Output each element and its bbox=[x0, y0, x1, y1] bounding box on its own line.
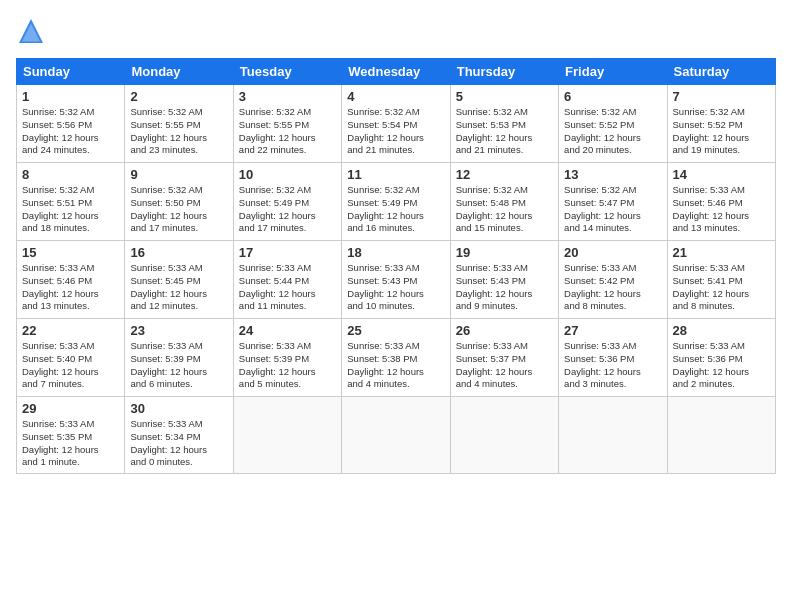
calendar-cell: 23Sunrise: 5:33 AM Sunset: 5:39 PM Dayli… bbox=[125, 319, 233, 397]
day-number: 22 bbox=[22, 323, 119, 338]
day-number: 11 bbox=[347, 167, 444, 182]
day-number: 6 bbox=[564, 89, 661, 104]
day-info: Sunrise: 5:33 AM Sunset: 5:43 PM Dayligh… bbox=[347, 262, 444, 313]
calendar-cell: 26Sunrise: 5:33 AM Sunset: 5:37 PM Dayli… bbox=[450, 319, 558, 397]
day-info: Sunrise: 5:32 AM Sunset: 5:54 PM Dayligh… bbox=[347, 106, 444, 157]
day-number: 13 bbox=[564, 167, 661, 182]
calendar-week-2: 8Sunrise: 5:32 AM Sunset: 5:51 PM Daylig… bbox=[17, 163, 776, 241]
calendar-cell bbox=[559, 397, 667, 474]
day-info: Sunrise: 5:32 AM Sunset: 5:49 PM Dayligh… bbox=[239, 184, 336, 235]
day-number: 21 bbox=[673, 245, 770, 260]
day-number: 24 bbox=[239, 323, 336, 338]
day-number: 8 bbox=[22, 167, 119, 182]
weekday-header-wednesday: Wednesday bbox=[342, 59, 450, 85]
calendar-cell bbox=[450, 397, 558, 474]
calendar-cell: 21Sunrise: 5:33 AM Sunset: 5:41 PM Dayli… bbox=[667, 241, 775, 319]
calendar-week-5: 29Sunrise: 5:33 AM Sunset: 5:35 PM Dayli… bbox=[17, 397, 776, 474]
day-number: 12 bbox=[456, 167, 553, 182]
day-number: 5 bbox=[456, 89, 553, 104]
day-info: Sunrise: 5:32 AM Sunset: 5:51 PM Dayligh… bbox=[22, 184, 119, 235]
day-info: Sunrise: 5:33 AM Sunset: 5:43 PM Dayligh… bbox=[456, 262, 553, 313]
day-number: 25 bbox=[347, 323, 444, 338]
calendar-cell: 27Sunrise: 5:33 AM Sunset: 5:36 PM Dayli… bbox=[559, 319, 667, 397]
day-number: 10 bbox=[239, 167, 336, 182]
day-number: 29 bbox=[22, 401, 119, 416]
calendar-week-1: 1Sunrise: 5:32 AM Sunset: 5:56 PM Daylig… bbox=[17, 85, 776, 163]
calendar-cell: 1Sunrise: 5:32 AM Sunset: 5:56 PM Daylig… bbox=[17, 85, 125, 163]
day-number: 27 bbox=[564, 323, 661, 338]
calendar-cell: 13Sunrise: 5:32 AM Sunset: 5:47 PM Dayli… bbox=[559, 163, 667, 241]
calendar-cell: 14Sunrise: 5:33 AM Sunset: 5:46 PM Dayli… bbox=[667, 163, 775, 241]
day-info: Sunrise: 5:33 AM Sunset: 5:39 PM Dayligh… bbox=[239, 340, 336, 391]
day-info: Sunrise: 5:32 AM Sunset: 5:56 PM Dayligh… bbox=[22, 106, 119, 157]
day-info: Sunrise: 5:32 AM Sunset: 5:53 PM Dayligh… bbox=[456, 106, 553, 157]
day-number: 7 bbox=[673, 89, 770, 104]
calendar-cell: 18Sunrise: 5:33 AM Sunset: 5:43 PM Dayli… bbox=[342, 241, 450, 319]
day-info: Sunrise: 5:33 AM Sunset: 5:40 PM Dayligh… bbox=[22, 340, 119, 391]
calendar-cell: 2Sunrise: 5:32 AM Sunset: 5:55 PM Daylig… bbox=[125, 85, 233, 163]
day-info: Sunrise: 5:33 AM Sunset: 5:44 PM Dayligh… bbox=[239, 262, 336, 313]
day-number: 19 bbox=[456, 245, 553, 260]
day-number: 15 bbox=[22, 245, 119, 260]
day-info: Sunrise: 5:33 AM Sunset: 5:37 PM Dayligh… bbox=[456, 340, 553, 391]
calendar-cell bbox=[233, 397, 341, 474]
day-number: 2 bbox=[130, 89, 227, 104]
calendar-cell: 20Sunrise: 5:33 AM Sunset: 5:42 PM Dayli… bbox=[559, 241, 667, 319]
day-info: Sunrise: 5:32 AM Sunset: 5:52 PM Dayligh… bbox=[673, 106, 770, 157]
weekday-header-monday: Monday bbox=[125, 59, 233, 85]
day-number: 30 bbox=[130, 401, 227, 416]
header bbox=[16, 16, 776, 46]
day-info: Sunrise: 5:32 AM Sunset: 5:55 PM Dayligh… bbox=[130, 106, 227, 157]
calendar-cell: 28Sunrise: 5:33 AM Sunset: 5:36 PM Dayli… bbox=[667, 319, 775, 397]
calendar-week-3: 15Sunrise: 5:33 AM Sunset: 5:46 PM Dayli… bbox=[17, 241, 776, 319]
calendar-cell: 29Sunrise: 5:33 AM Sunset: 5:35 PM Dayli… bbox=[17, 397, 125, 474]
day-number: 18 bbox=[347, 245, 444, 260]
calendar-cell: 4Sunrise: 5:32 AM Sunset: 5:54 PM Daylig… bbox=[342, 85, 450, 163]
page: SundayMondayTuesdayWednesdayThursdayFrid… bbox=[0, 0, 792, 612]
calendar-cell: 12Sunrise: 5:32 AM Sunset: 5:48 PM Dayli… bbox=[450, 163, 558, 241]
day-info: Sunrise: 5:33 AM Sunset: 5:35 PM Dayligh… bbox=[22, 418, 119, 469]
day-info: Sunrise: 5:33 AM Sunset: 5:42 PM Dayligh… bbox=[564, 262, 661, 313]
weekday-header-thursday: Thursday bbox=[450, 59, 558, 85]
calendar-cell: 9Sunrise: 5:32 AM Sunset: 5:50 PM Daylig… bbox=[125, 163, 233, 241]
day-info: Sunrise: 5:32 AM Sunset: 5:47 PM Dayligh… bbox=[564, 184, 661, 235]
weekday-header-tuesday: Tuesday bbox=[233, 59, 341, 85]
day-number: 23 bbox=[130, 323, 227, 338]
day-number: 14 bbox=[673, 167, 770, 182]
day-info: Sunrise: 5:33 AM Sunset: 5:41 PM Dayligh… bbox=[673, 262, 770, 313]
day-info: Sunrise: 5:32 AM Sunset: 5:52 PM Dayligh… bbox=[564, 106, 661, 157]
logo bbox=[16, 16, 50, 46]
weekday-header-sunday: Sunday bbox=[17, 59, 125, 85]
calendar-cell: 8Sunrise: 5:32 AM Sunset: 5:51 PM Daylig… bbox=[17, 163, 125, 241]
day-number: 9 bbox=[130, 167, 227, 182]
day-info: Sunrise: 5:32 AM Sunset: 5:55 PM Dayligh… bbox=[239, 106, 336, 157]
calendar-cell: 10Sunrise: 5:32 AM Sunset: 5:49 PM Dayli… bbox=[233, 163, 341, 241]
logo-icon bbox=[16, 16, 46, 46]
calendar-cell: 24Sunrise: 5:33 AM Sunset: 5:39 PM Dayli… bbox=[233, 319, 341, 397]
weekday-header-row: SundayMondayTuesdayWednesdayThursdayFrid… bbox=[17, 59, 776, 85]
weekday-header-friday: Friday bbox=[559, 59, 667, 85]
day-info: Sunrise: 5:32 AM Sunset: 5:48 PM Dayligh… bbox=[456, 184, 553, 235]
day-info: Sunrise: 5:33 AM Sunset: 5:38 PM Dayligh… bbox=[347, 340, 444, 391]
day-info: Sunrise: 5:33 AM Sunset: 5:36 PM Dayligh… bbox=[564, 340, 661, 391]
day-number: 16 bbox=[130, 245, 227, 260]
calendar-cell: 11Sunrise: 5:32 AM Sunset: 5:49 PM Dayli… bbox=[342, 163, 450, 241]
day-info: Sunrise: 5:33 AM Sunset: 5:36 PM Dayligh… bbox=[673, 340, 770, 391]
calendar-cell: 6Sunrise: 5:32 AM Sunset: 5:52 PM Daylig… bbox=[559, 85, 667, 163]
calendar-cell: 7Sunrise: 5:32 AM Sunset: 5:52 PM Daylig… bbox=[667, 85, 775, 163]
calendar-cell: 19Sunrise: 5:33 AM Sunset: 5:43 PM Dayli… bbox=[450, 241, 558, 319]
day-info: Sunrise: 5:33 AM Sunset: 5:45 PM Dayligh… bbox=[130, 262, 227, 313]
calendar-cell: 16Sunrise: 5:33 AM Sunset: 5:45 PM Dayli… bbox=[125, 241, 233, 319]
day-info: Sunrise: 5:33 AM Sunset: 5:46 PM Dayligh… bbox=[22, 262, 119, 313]
day-info: Sunrise: 5:32 AM Sunset: 5:50 PM Dayligh… bbox=[130, 184, 227, 235]
day-number: 26 bbox=[456, 323, 553, 338]
calendar-cell: 25Sunrise: 5:33 AM Sunset: 5:38 PM Dayli… bbox=[342, 319, 450, 397]
calendar-cell: 3Sunrise: 5:32 AM Sunset: 5:55 PM Daylig… bbox=[233, 85, 341, 163]
day-info: Sunrise: 5:33 AM Sunset: 5:39 PM Dayligh… bbox=[130, 340, 227, 391]
day-number: 3 bbox=[239, 89, 336, 104]
day-number: 1 bbox=[22, 89, 119, 104]
calendar-cell bbox=[342, 397, 450, 474]
calendar-cell bbox=[667, 397, 775, 474]
day-number: 28 bbox=[673, 323, 770, 338]
day-number: 20 bbox=[564, 245, 661, 260]
